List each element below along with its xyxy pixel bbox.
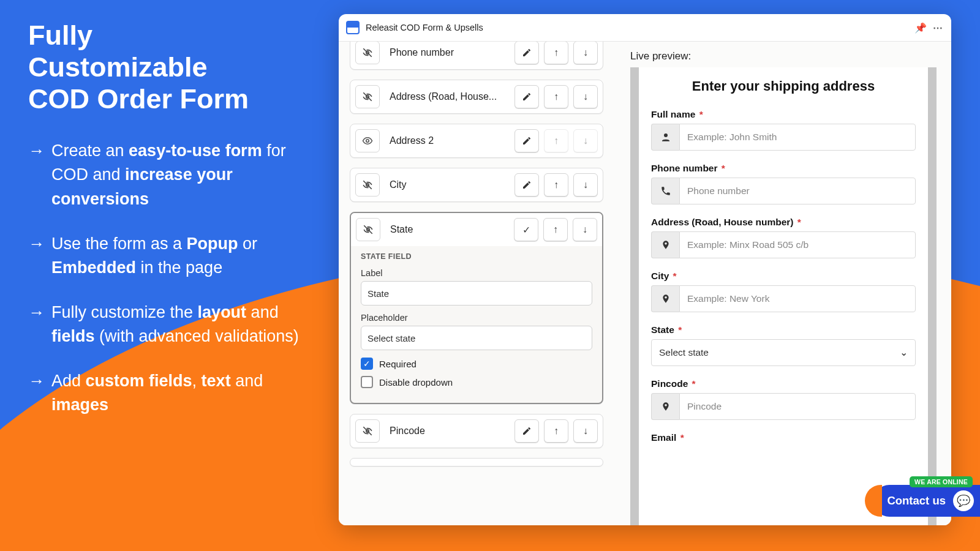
field-row-next[interactable] (350, 458, 603, 467)
visibility-toggle-icon[interactable] (356, 218, 380, 241)
confirm-button[interactable]: ✓ (514, 218, 538, 241)
placeholder-input[interactable]: Select state (361, 326, 592, 350)
chevron-down-icon: ⌄ (900, 347, 908, 358)
app-logo-icon (346, 21, 360, 34)
editor-section-title: STATE FIELD (361, 252, 592, 261)
field-row-address[interactable]: Address (Road, House... ↑ ↓ (350, 80, 603, 114)
phone-input[interactable]: Phone number (679, 178, 916, 204)
visibility-toggle-icon[interactable] (355, 129, 380, 152)
location-icon (651, 393, 679, 420)
online-badge: WE ARE ONLINE (910, 476, 973, 487)
form-builder-panel: Phone number ↑ ↓ Address (Road, House...… (339, 42, 614, 525)
field-label: Address 2 (387, 135, 510, 146)
label-input-label: Label (361, 268, 592, 278)
move-up-button[interactable]: ↑ (544, 129, 568, 152)
phone-label: Phone number * (651, 163, 916, 174)
bullet-3: Fully customize the layout and fields (w… (28, 301, 304, 348)
move-down-button[interactable]: ↓ (573, 419, 598, 443)
label-input[interactable]: State (361, 281, 592, 305)
edit-button[interactable] (514, 85, 539, 108)
move-down-button[interactable]: ↓ (573, 173, 598, 197)
checkbox-icon (361, 376, 373, 388)
contact-widget[interactable]: Contact us 💬 WE ARE ONLINE (873, 485, 980, 517)
phone-preview: Enter your shipping address Full name * … (630, 67, 937, 525)
field-row-state: State ✓ ↑ ↓ STATE FIELD Label State Plac… (350, 212, 603, 404)
field-row-pincode[interactable]: Pincode ↑ ↓ (350, 414, 603, 448)
app-window: Releasit COD Form & Upsells 📌 ⋯ Phone nu… (339, 14, 951, 525)
window-title: Releasit COD Form & Upsells (366, 23, 483, 32)
move-up-button[interactable]: ↑ (544, 85, 568, 108)
move-down-button[interactable]: ↓ (573, 85, 598, 108)
window-titlebar: Releasit COD Form & Upsells 📌 ⋯ (339, 14, 951, 41)
move-up-button[interactable]: ↑ (544, 419, 568, 443)
pincode-label: Pincode * (651, 378, 916, 389)
contact-label: Contact us (887, 494, 946, 508)
location-icon (651, 231, 679, 258)
field-row-phone[interactable]: Phone number ↑ ↓ (350, 42, 603, 70)
move-down-button[interactable]: ↓ (573, 218, 597, 241)
edit-button[interactable] (514, 173, 539, 197)
state-label: State * (651, 324, 916, 335)
field-label: State (388, 224, 509, 235)
move-up-button[interactable]: ↑ (543, 218, 568, 241)
move-down-button[interactable]: ↓ (573, 129, 598, 152)
edit-button[interactable] (514, 42, 539, 64)
more-icon[interactable]: ⋯ (933, 22, 944, 34)
full-name-label: Full name * (651, 109, 916, 120)
field-label: Phone number (387, 47, 510, 58)
field-row-address2[interactable]: Address 2 ↑ ↓ (350, 124, 603, 158)
marketing-copy: Fully Customizable COD Order Form Create… (28, 20, 304, 438)
placeholder-input-label: Placeholder (361, 313, 592, 323)
field-label: Address (Road, House... (387, 91, 510, 102)
checkbox-icon: ✓ (361, 358, 373, 370)
svg-point-2 (366, 140, 369, 143)
required-checkbox[interactable]: ✓ Required (361, 358, 592, 370)
field-row-city[interactable]: City ↑ ↓ (350, 168, 603, 202)
email-label: Email * (651, 432, 916, 443)
city-label: City * (651, 271, 916, 282)
visibility-toggle-icon[interactable] (355, 419, 380, 443)
address-label: Address (Road, House number) * (651, 217, 916, 228)
state-select[interactable]: Select state ⌄ (651, 339, 916, 366)
move-up-button[interactable]: ↑ (544, 42, 568, 64)
live-preview-panel: Live preview: Enter your shipping addres… (614, 42, 951, 525)
move-down-button[interactable]: ↓ (573, 42, 598, 64)
field-label: Pincode (387, 425, 510, 437)
svg-point-6 (664, 133, 668, 137)
disable-dropdown-checkbox[interactable]: Disable dropdown (361, 376, 592, 388)
visibility-toggle-icon[interactable] (355, 85, 380, 108)
visibility-toggle-icon[interactable] (355, 173, 380, 197)
move-up-button[interactable]: ↑ (544, 173, 568, 197)
edit-button[interactable] (514, 419, 539, 443)
form-title: Enter your shipping address (651, 78, 916, 94)
visibility-toggle-icon[interactable] (355, 42, 380, 64)
bullet-1: Create an easy-to-use form for COD and i… (28, 139, 304, 211)
bullet-2: Use the form as a Popup or Embedded in t… (28, 232, 304, 280)
address-input[interactable]: Example: Minx Road 505 c/b (679, 231, 916, 258)
person-icon (651, 124, 679, 151)
phone-icon (651, 178, 679, 204)
full-name-input[interactable]: Example: John Smith (679, 124, 916, 151)
bullet-4: Add custom fields, text and images (28, 369, 304, 417)
pincode-input[interactable]: Pincode (679, 393, 916, 420)
location-icon (651, 285, 679, 312)
city-input[interactable]: Example: New York (679, 285, 916, 312)
edit-button[interactable] (514, 129, 539, 152)
pin-icon[interactable]: 📌 (914, 22, 927, 34)
preview-heading: Live preview: (630, 50, 937, 62)
chat-icon: 💬 (953, 490, 974, 511)
headline: Fully Customizable COD Order Form (28, 20, 304, 114)
field-label: City (387, 179, 510, 190)
